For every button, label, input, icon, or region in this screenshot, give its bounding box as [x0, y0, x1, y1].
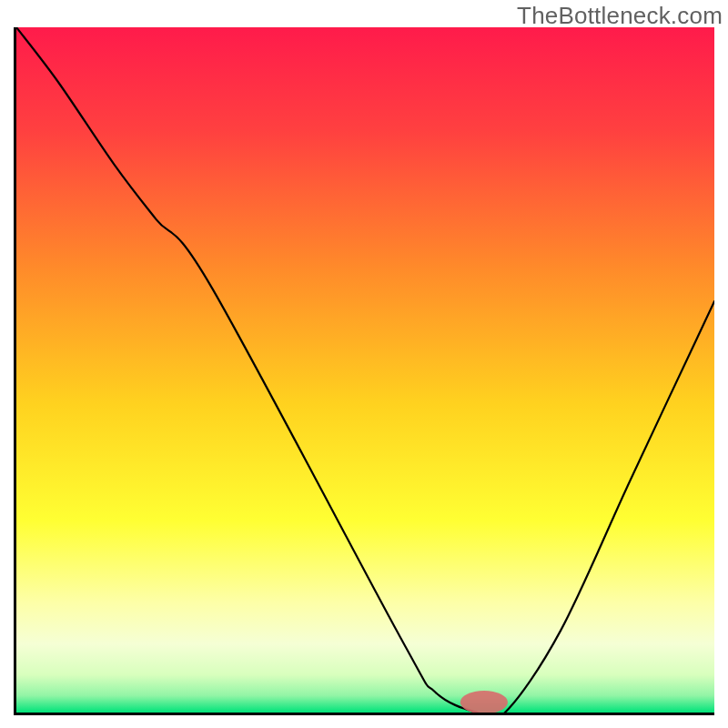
- gradient-background: [16, 27, 714, 713]
- plot-svg: [16, 27, 714, 713]
- chart-frame: TheBottleneck.com: [0, 0, 728, 728]
- plot-area: [14, 27, 714, 715]
- watermark-text: TheBottleneck.com: [517, 2, 723, 30]
